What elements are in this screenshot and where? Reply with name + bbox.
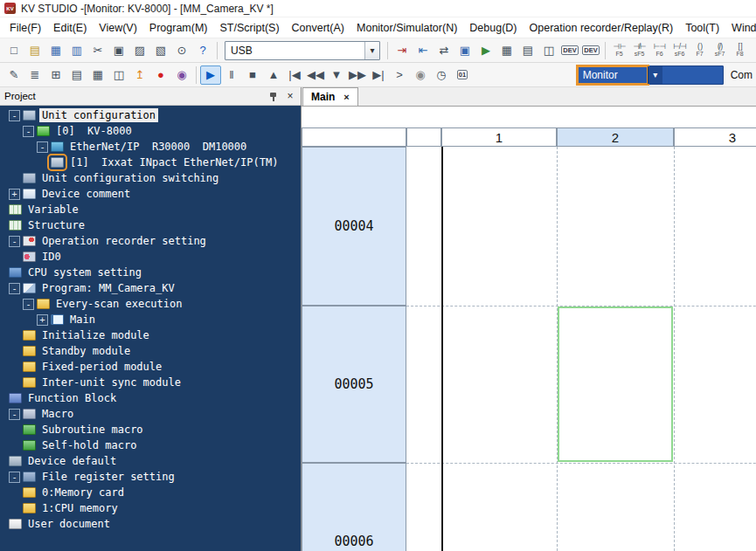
tree-item-unit-configuration[interactable]: -Unit configuration (0, 107, 301, 123)
dev-unit-monitor-icon[interactable]: DEV (559, 41, 580, 60)
tree-item-cpu-system-setting[interactable]: CPU system setting (0, 265, 301, 280)
time-chart-icon[interactable]: ◷ (431, 65, 452, 85)
column-header-2[interactable]: 2 (557, 127, 674, 147)
collapse-box-icon[interactable]: - (37, 141, 48, 153)
a-contact-button[interactable]: ⊣ ⊢F5 (609, 41, 629, 60)
device-monitor-icon[interactable]: ◫ (538, 41, 559, 60)
tree-item-user-document[interactable]: User document (0, 516, 301, 532)
collapse-box-icon[interactable]: - (9, 236, 20, 247)
batch-monitor-icon[interactable]: ▤ (517, 41, 538, 60)
simulator-icon[interactable]: ▶ (475, 41, 496, 60)
next-frame-button[interactable]: ▶▶ (347, 65, 368, 85)
out-not-coil-button[interactable]: (/)sF7 (710, 41, 730, 60)
menu-item-program-m[interactable]: Program(M) (143, 19, 214, 37)
tree-item-program-mm-camera-kv[interactable]: -Program: MM_Camera_KV (0, 280, 301, 296)
print-icon[interactable]: ▧ (150, 41, 171, 60)
tree-item-file-register-setting[interactable]: -File register setting (0, 469, 301, 485)
out-coil-button[interactable]: ( )F7 (690, 41, 710, 60)
label-list-icon[interactable]: ▤ (66, 65, 87, 85)
edit-mode-icon[interactable]: ✎ (3, 65, 24, 85)
menu-item-monitor-simulator-n[interactable]: Monitor/Simulator(N) (350, 19, 463, 37)
tree-item-variable[interactable]: Variable (0, 202, 301, 217)
tree-item-ethernet-ip-r30000-dm10000[interactable]: -EtherNet/IP R30000 DM10000 (0, 139, 301, 155)
menu-item-tool-t[interactable]: Tool(T) (679, 19, 725, 37)
column-header-1[interactable]: 1 (441, 127, 557, 147)
or-b-contact-button[interactable]: ⊢/⊣sF6 (669, 41, 690, 60)
jump-end-button[interactable]: ▶| (368, 65, 389, 85)
verify-icon[interactable]: ⇄ (433, 41, 454, 60)
step-down-button[interactable]: ▼ (326, 65, 347, 85)
menu-item-view-v[interactable]: View(V) (93, 19, 143, 37)
help-icon[interactable]: ? (192, 41, 213, 60)
tree-item-0-kv-8000[interactable]: -[0] KV-8000 (0, 123, 301, 139)
jump-start-button[interactable]: |◀ (284, 65, 305, 85)
collapse-box-icon[interactable]: - (9, 110, 20, 121)
tree-item-1-ixxat-inpact-ethernet-ip-tm[interactable]: [1] Ixxat INpact EtherNet/IP(TM) (0, 155, 301, 170)
column-header-3[interactable]: 3 (674, 127, 756, 147)
binary-monitor-icon[interactable]: 01 (452, 65, 473, 85)
stop-button[interactable]: ■ (242, 65, 263, 85)
tree-item-initialize-module[interactable]: Initialize module (0, 327, 301, 343)
watch-window-icon[interactable]: ▦ (87, 65, 108, 85)
new-project-icon[interactable]: □ (3, 41, 24, 60)
pin-icon[interactable] (268, 91, 279, 102)
pause-button[interactable]: ‖ (221, 65, 242, 85)
collapse-box-icon[interactable]: - (9, 283, 20, 294)
tree-item-structure[interactable]: Structure (0, 217, 301, 233)
play-button[interactable]: ▶ (200, 65, 221, 85)
tree-item-inter-unit-sync-module[interactable]: Inter-unit sync module (0, 375, 301, 390)
menu-item-operation-recorder-replay-r[interactable]: Operation recorder/Replay(R) (524, 19, 680, 37)
tree-item-device-default[interactable]: Device default (0, 453, 301, 469)
row-number-cell-00004[interactable]: 00004 (302, 147, 406, 306)
horizontal-line-button[interactable]: —F9 (750, 41, 756, 60)
copy-icon[interactable]: ▣ (108, 41, 129, 60)
menu-item-edit-e[interactable]: Edit(E) (47, 19, 93, 37)
tab-main[interactable]: Main × (302, 87, 358, 106)
menu-item-window-w[interactable]: Window(W) (725, 19, 756, 37)
tree-item-self-hold-macro[interactable]: Self-hold macro (0, 437, 301, 453)
record-standby-icon[interactable]: ◉ (410, 65, 431, 85)
instruction-button[interactable]: [ ]F8 (730, 41, 750, 60)
row-number-cell-00005[interactable]: 00005 (302, 306, 406, 463)
ladder-grid[interactable]: 123000040000500006 (302, 107, 756, 551)
combo-dropdown-icon[interactable]: ▾ (364, 42, 379, 59)
record-icon[interactable]: ● (150, 65, 171, 85)
collapse-box-icon[interactable]: - (9, 409, 20, 420)
tab-close-icon[interactable]: × (343, 92, 349, 102)
menu-item-convert-a[interactable]: Convert(A) (286, 19, 350, 37)
tree-item-0-memory-card[interactable]: 0:Memory card (0, 485, 301, 500)
row-number-cell-00006[interactable]: 00006 (302, 463, 406, 551)
tree-item-macro[interactable]: -Macro (0, 406, 301, 422)
cut-icon[interactable]: ✂ (87, 41, 108, 60)
read-from-plc-icon[interactable]: ⇤ (413, 41, 433, 60)
tree-item-main[interactable]: +Main (0, 312, 301, 327)
panel-close-icon[interactable]: × (284, 90, 296, 102)
collapse-box-icon[interactable]: - (23, 126, 34, 137)
save-icon[interactable]: ▦ (45, 41, 66, 60)
device-usage-list-icon[interactable]: ⊞ (45, 65, 66, 85)
paste-icon[interactable]: ▨ (129, 41, 150, 60)
prev-frame-button[interactable]: ◀◀ (305, 65, 326, 85)
tree-item-1-cpu-memory[interactable]: 1:CPU memory (0, 500, 301, 516)
tree-item-every-scan-execution[interactable]: -Every-scan execution (0, 296, 301, 312)
menu-item-debug-d[interactable]: Debug(D) (463, 19, 523, 37)
collapse-box-icon[interactable]: - (23, 299, 34, 310)
dev-unit-editor-icon[interactable]: DEV (580, 41, 601, 60)
replay-icon[interactable]: ◉ (171, 65, 192, 85)
recorder-transfer-icon[interactable]: ↥ (129, 65, 150, 85)
combo-dropdown-icon[interactable]: ▾ (648, 66, 662, 84)
tree-item-operation-recorder-setting[interactable]: -Operation recorder setting (0, 233, 301, 249)
tree-item-unit-configuration-switching[interactable]: Unit configuration switching (0, 170, 301, 186)
transfer-to-plc-icon[interactable]: ⇥ (392, 41, 413, 60)
or-a-contact-button[interactable]: ⊢⊣F6 (649, 41, 669, 60)
search-icon[interactable]: ⊙ (171, 41, 192, 60)
tree-item-subroutine-macro[interactable]: Subroutine macro (0, 422, 301, 437)
tree-item-fixed-period-module[interactable]: Fixed-period module (0, 359, 301, 375)
expand-box-icon[interactable]: + (9, 189, 20, 200)
monitor-mode-icon[interactable]: ▣ (454, 41, 475, 60)
registration-monitor-icon[interactable]: ▦ (496, 41, 517, 60)
mode-combo[interactable]: Monitor ▾ (577, 65, 724, 85)
step-over-button[interactable]: > (389, 65, 410, 85)
tree-item-standby-module[interactable]: Standby module (0, 343, 301, 359)
tree-item-function-block[interactable]: Function Block (0, 390, 301, 406)
